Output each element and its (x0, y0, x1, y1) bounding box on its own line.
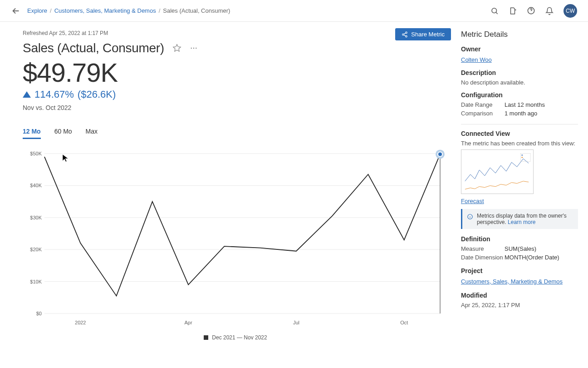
breadcrumb: Explore / Customers, Sales, Marketing & … (27, 7, 490, 14)
svg-point-3 (402, 34, 404, 35)
info-icon (467, 214, 473, 225)
svg-text:2022: 2022 (75, 320, 86, 325)
connected-view-text: The metric has been created from this vi… (461, 140, 578, 147)
back-icon[interactable] (11, 6, 21, 16)
trend-up-icon (23, 91, 31, 98)
configuration-heading: Configuration (461, 91, 578, 99)
create-icon[interactable] (509, 7, 517, 15)
breadcrumb-current: Sales (Actual, Consumer) (163, 7, 230, 14)
metric-change: 114.67% ($26.6K) (23, 89, 448, 100)
tab-12mo[interactable]: 12 Mo (23, 128, 41, 139)
share-metric-label: Share Metric (411, 31, 445, 38)
project-link[interactable]: Customers, Sales, Marketing & Demos (461, 278, 563, 285)
modified-heading: Modified (461, 292, 578, 299)
svg-text:$10K: $10K (30, 279, 42, 284)
comparison-label: Nov vs. Oct 2022 (23, 104, 448, 111)
svg-point-26 (438, 152, 442, 156)
svg-point-7 (196, 48, 196, 49)
svg-text:Apr: Apr (185, 320, 192, 325)
svg-point-6 (193, 48, 194, 49)
tab-60mo[interactable]: 60 Mo (54, 128, 72, 139)
notifications-icon[interactable] (545, 7, 554, 15)
svg-point-4 (406, 35, 407, 37)
project-heading: Project (461, 267, 578, 274)
share-metric-button[interactable]: Share Metric (395, 28, 451, 40)
line-chart[interactable]: $0$10K$20K$30K$40K$50K2022AprJulOct (23, 149, 448, 333)
owner-link[interactable]: Colten Woo (461, 56, 492, 63)
owner-heading: Owner (461, 45, 578, 53)
connected-view-thumbnail[interactable] (461, 149, 534, 194)
svg-text:$0: $0 (36, 311, 42, 316)
svg-text:$50K: $50K (30, 151, 42, 156)
refreshed-label: Refreshed Apr 25, 2022 at 1:17 PM (23, 30, 448, 36)
svg-point-5 (191, 48, 191, 49)
connected-view-heading: Connected View (461, 130, 578, 137)
avatar[interactable]: CW (564, 4, 577, 18)
info-callout: Metrics display data from the owner's pe… (461, 209, 578, 229)
svg-point-2 (406, 32, 407, 34)
svg-text:$40K: $40K (30, 183, 42, 188)
search-icon[interactable] (490, 7, 499, 15)
learn-more-link[interactable]: Learn more (508, 219, 535, 225)
svg-text:$20K: $20K (30, 247, 42, 252)
timerange-tabs: 12 Mo 60 Mo Max (23, 128, 448, 139)
page-title: Sales (Actual, Consumer) (23, 41, 164, 55)
help-icon[interactable] (527, 6, 535, 15)
description-text: No description available. (461, 79, 578, 86)
svg-text:Jul: Jul (293, 320, 299, 325)
svg-text:$30K: $30K (30, 215, 42, 220)
svg-rect-29 (521, 157, 523, 158)
tab-max[interactable]: Max (86, 128, 98, 139)
metric-value: $49.79K (23, 57, 448, 88)
svg-text:Oct: Oct (400, 320, 408, 325)
svg-point-0 (492, 8, 497, 13)
chart-legend: Dec 2021 — Nov 2022 (23, 334, 448, 341)
sidebar-heading: Metric Details (461, 30, 578, 39)
definition-heading: Definition (461, 235, 578, 243)
description-heading: Description (461, 69, 578, 76)
forecast-link[interactable]: Forecast (461, 198, 578, 204)
svg-rect-28 (521, 154, 523, 155)
modified-text: Apr 25, 2022, 1:17 PM (461, 302, 578, 308)
favorite-icon[interactable] (172, 44, 181, 53)
breadcrumb-explore[interactable]: Explore (27, 7, 47, 14)
breadcrumb-parent[interactable]: Customers, Sales, Marketing & Demos (54, 7, 156, 14)
more-icon[interactable] (190, 44, 198, 52)
legend-swatch-icon (204, 335, 208, 340)
